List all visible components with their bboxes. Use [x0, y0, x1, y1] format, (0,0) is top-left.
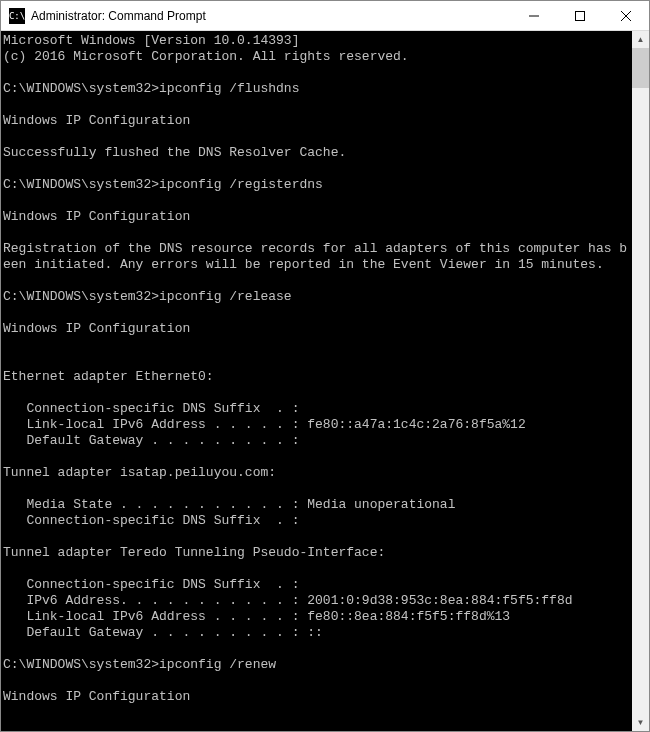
- minimize-icon: [529, 11, 539, 21]
- svg-rect-1: [576, 11, 585, 20]
- titlebar: C:\ Administrator: Command Prompt: [1, 1, 649, 31]
- terminal-output[interactable]: Microsoft Windows [Version 10.0.14393] (…: [1, 31, 632, 731]
- window-controls: [511, 1, 649, 30]
- close-icon: [621, 11, 631, 21]
- console-area: Microsoft Windows [Version 10.0.14393] (…: [1, 31, 649, 731]
- maximize-icon: [575, 11, 585, 21]
- close-button[interactable]: [603, 1, 649, 30]
- cmd-icon: C:\: [9, 8, 25, 24]
- maximize-button[interactable]: [557, 1, 603, 30]
- scroll-thumb[interactable]: [632, 48, 649, 88]
- minimize-button[interactable]: [511, 1, 557, 30]
- scroll-up-arrow[interactable]: ▲: [632, 31, 649, 48]
- window-title: Administrator: Command Prompt: [31, 9, 511, 23]
- vertical-scrollbar[interactable]: ▲ ▼: [632, 31, 649, 731]
- scroll-down-arrow[interactable]: ▼: [632, 714, 649, 731]
